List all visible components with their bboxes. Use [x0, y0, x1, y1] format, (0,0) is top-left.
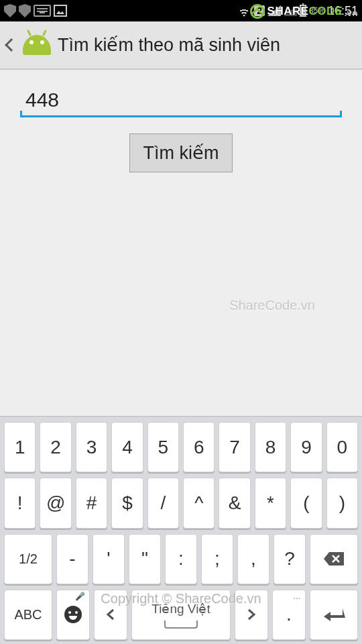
ellipsis-hint: … [293, 592, 301, 601]
key-sym-0[interactable]: ! [4, 478, 36, 528]
key-backspace[interactable] [310, 534, 358, 584]
image-icon [54, 5, 67, 17]
key-punct-0[interactable]: - [56, 534, 88, 584]
key-2[interactable]: 2 [40, 422, 71, 472]
voice-icon: 🎤 [75, 592, 85, 601]
key-punct-3[interactable]: : [165, 534, 197, 584]
space-label: Tiếng Việt [152, 601, 210, 616]
keyboard-row-2: !@#$/^&*() [4, 478, 358, 528]
content-area: Tìm kiếm ShareCode.vn [0, 70, 362, 416]
student-id-input[interactable] [20, 82, 342, 117]
key-sym-7[interactable]: * [255, 478, 286, 528]
key-space[interactable]: Tiếng Việt [131, 590, 231, 640]
shield-icon [4, 4, 16, 17]
key-page-toggle[interactable]: 1/2 [4, 534, 52, 584]
key-1[interactable]: 1 [4, 422, 36, 472]
key-sym-6[interactable]: & [219, 478, 250, 528]
key-arrow-left[interactable] [94, 590, 127, 640]
key-3[interactable]: 3 [76, 422, 107, 472]
key-9[interactable]: 9 [290, 422, 322, 472]
key-period[interactable]: … . [272, 590, 306, 640]
key-mode-abc[interactable]: ABC [4, 590, 52, 640]
keyboard-icon [34, 5, 51, 17]
key-punct-6[interactable]: ? [274, 534, 306, 584]
key-sym-3[interactable]: $ [111, 478, 143, 528]
key-punct-2[interactable]: " [129, 534, 161, 584]
key-5[interactable]: 5 [147, 422, 179, 472]
watermark-logo: SHARECODE.vn [250, 4, 358, 19]
key-punct-5[interactable]: , [237, 534, 269, 584]
key-punct-1[interactable]: ' [93, 534, 125, 584]
key-sym-4[interactable]: / [147, 478, 179, 528]
key-7[interactable]: 7 [219, 422, 250, 472]
key-emoji[interactable]: 🎤 [56, 590, 90, 640]
action-bar: Tìm kiếm theo mã sinh viên [0, 21, 362, 70]
key-8[interactable]: 8 [255, 422, 286, 472]
soft-keyboard: 1234567890 !@#$/^&*() 1/2 -'":;,? ABC 🎤 … [0, 416, 362, 644]
key-sym-9[interactable]: ) [326, 478, 358, 528]
key-6[interactable]: 6 [183, 422, 215, 472]
key-enter[interactable] [310, 590, 358, 640]
key-sym-2[interactable]: # [76, 478, 107, 528]
key-sym-8[interactable]: ( [290, 478, 322, 528]
page-title: Tìm kiếm theo mã sinh viên [58, 34, 280, 56]
key-4[interactable]: 4 [111, 422, 143, 472]
keyboard-row-1: 1234567890 [4, 422, 358, 472]
keyboard-row-3: 1/2 -'":;,? [4, 534, 358, 584]
key-sym-5[interactable]: ^ [183, 478, 215, 528]
search-button[interactable]: Tìm kiếm [129, 133, 233, 172]
key-sym-1[interactable]: @ [40, 478, 71, 528]
watermark-text: ShareCode.vn [229, 298, 315, 313]
key-arrow-right[interactable] [235, 590, 268, 640]
back-icon[interactable] [5, 38, 18, 52]
shield-icon [19, 4, 31, 17]
keyboard-row-4: ABC 🎤 Tiếng Việt … . [4, 590, 358, 640]
app-icon[interactable] [23, 35, 51, 55]
key-punct-4[interactable]: ; [201, 534, 233, 584]
key-0[interactable]: 0 [326, 422, 358, 472]
emoji-icon [64, 606, 82, 623]
